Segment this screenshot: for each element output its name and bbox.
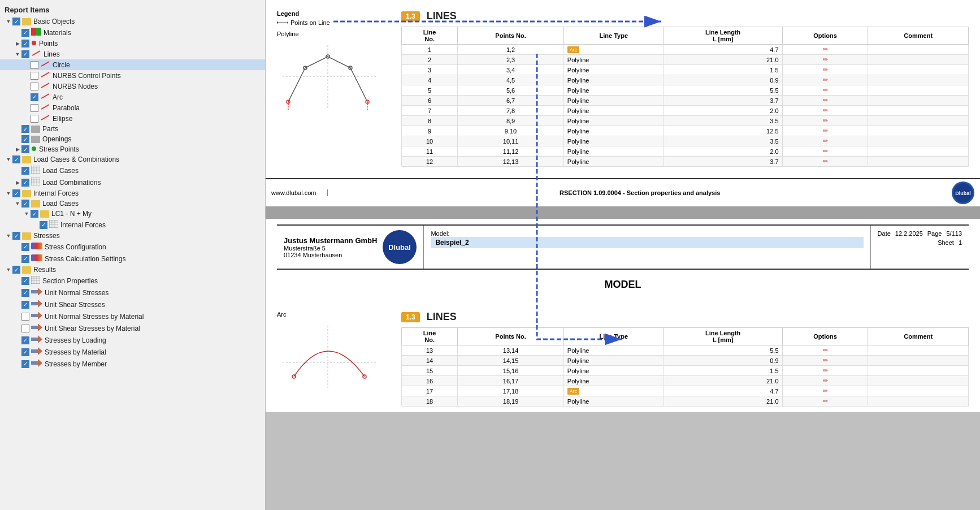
- tree-item-unit-normal[interactable]: ✓Unit Normal Stresses: [0, 287, 265, 299]
- edit-icon[interactable]: ✏: [823, 66, 828, 73]
- edit-icon[interactable]: ✏: [823, 357, 828, 364]
- checkbox-arc[interactable]: ✓: [31, 93, 38, 101]
- checkbox-parts[interactable]: ✓: [21, 125, 29, 133]
- expand-btn-arc[interactable]: [23, 93, 31, 101]
- checkbox-lc-inner[interactable]: ✓: [21, 200, 29, 208]
- checkbox-circle[interactable]: [31, 61, 38, 69]
- tree-item-arc[interactable]: ✓Arc: [0, 92, 265, 102]
- expand-btn-load-combinations[interactable]: ▶: [14, 179, 21, 187]
- expand-btn-load-cases[interactable]: [14, 167, 21, 175]
- checkbox-stress-points[interactable]: ✓: [21, 145, 29, 153]
- checkbox-stresses[interactable]: ✓: [12, 232, 20, 240]
- checkbox-load-cases[interactable]: ✓: [21, 167, 29, 175]
- tree-item-section-props[interactable]: ✓Section Properties: [0, 275, 265, 287]
- tree-item-stresses-member[interactable]: ✓Stresses by Member: [0, 358, 265, 370]
- tree-item-stresses-material[interactable]: ✓Stresses by Material: [0, 346, 265, 358]
- tree-item-unit-normal-mat[interactable]: Unit Normal Stresses by Material: [0, 310, 265, 322]
- tree-item-stresses[interactable]: ▼✓Stresses: [0, 231, 265, 241]
- edit-icon[interactable]: ✏: [823, 46, 828, 53]
- expand-btn-lines[interactable]: ▼: [14, 50, 21, 58]
- expand-btn-internal-forces[interactable]: ▼: [5, 189, 12, 197]
- expand-btn-unit-normal-mat[interactable]: [14, 313, 21, 321]
- tree-item-unit-shear[interactable]: ✓Unit Shear Stresses: [0, 299, 265, 310]
- tree-item-stress-calc[interactable]: ✓Stress Calculation Settings: [0, 253, 265, 265]
- checkbox-nurbs-control[interactable]: [31, 72, 38, 80]
- checkbox-points[interactable]: ✓: [21, 40, 29, 47]
- checkbox-openings[interactable]: ✓: [21, 135, 29, 143]
- tree-item-load-cases[interactable]: ✓Load Cases: [0, 165, 265, 176]
- checkbox-lines[interactable]: ✓: [21, 50, 29, 58]
- checkbox-internal-forces-inner[interactable]: ✓: [40, 221, 47, 229]
- expand-btn-points[interactable]: ▶: [14, 40, 21, 47]
- expand-btn-basic-objects[interactable]: ▼: [5, 18, 12, 25]
- expand-btn-ellipse[interactable]: [23, 115, 31, 123]
- tree-item-unit-shear-mat[interactable]: Unit Shear Stresses by Material: [0, 322, 265, 334]
- edit-icon[interactable]: ✏: [823, 76, 828, 83]
- checkbox-load-combinations[interactable]: ✓: [21, 179, 29, 187]
- checkbox-unit-shear-mat[interactable]: [21, 325, 29, 332]
- checkbox-stress-calc[interactable]: ✓: [21, 255, 29, 263]
- expand-btn-section-props[interactable]: [14, 277, 21, 285]
- tree-item-stress-config[interactable]: ✓Stress Configuration: [0, 241, 265, 253]
- tree-item-parabola[interactable]: Parabola: [0, 102, 265, 113]
- expand-btn-materials[interactable]: [14, 29, 21, 37]
- expand-btn-unit-shear-mat[interactable]: [14, 325, 21, 332]
- expand-btn-nurbs-nodes[interactable]: [23, 83, 31, 90]
- edit-icon[interactable]: ✏: [823, 87, 828, 93]
- edit-icon[interactable]: ✏: [823, 377, 828, 384]
- edit-icon[interactable]: ✏: [823, 387, 828, 394]
- tree-item-stress-points[interactable]: ▶✓Stress Points: [0, 144, 265, 154]
- checkbox-stresses-member[interactable]: ✓: [21, 360, 29, 368]
- tree-item-stresses-loading[interactable]: ✓Stresses by Loading: [0, 334, 265, 346]
- tree-item-lc1-n-my[interactable]: ▼✓LC1 - N + My: [0, 209, 265, 219]
- checkbox-internal-forces[interactable]: ✓: [12, 189, 20, 197]
- checkbox-unit-normal-mat[interactable]: [21, 313, 29, 321]
- checkbox-unit-normal[interactable]: ✓: [21, 289, 29, 297]
- checkbox-parabola[interactable]: [31, 104, 38, 112]
- expand-btn-stresses-material[interactable]: [14, 348, 21, 356]
- expand-btn-stresses[interactable]: ▼: [5, 232, 12, 240]
- expand-btn-parabola[interactable]: [23, 104, 31, 112]
- checkbox-materials[interactable]: ✓: [21, 29, 29, 37]
- expand-btn-stress-calc[interactable]: [14, 255, 21, 263]
- checkbox-lc1-n-my[interactable]: ✓: [31, 210, 38, 218]
- expand-btn-stresses-member[interactable]: [14, 360, 21, 368]
- edit-icon[interactable]: ✏: [823, 397, 828, 404]
- expand-btn-load-cases-comb[interactable]: ▼: [5, 155, 12, 163]
- edit-icon[interactable]: ✏: [823, 137, 828, 144]
- checkbox-basic-objects[interactable]: ✓: [12, 18, 20, 25]
- tree-item-internal-forces[interactable]: ▼✓Internal Forces: [0, 188, 265, 198]
- tree-item-parts[interactable]: ✓Parts: [0, 124, 265, 134]
- expand-btn-openings[interactable]: [14, 135, 21, 143]
- edit-icon[interactable]: ✏: [823, 107, 828, 114]
- edit-icon[interactable]: ✏: [823, 367, 828, 374]
- tree-item-lc-inner[interactable]: ▼✓Load Cases: [0, 198, 265, 209]
- expand-btn-circle[interactable]: [23, 61, 31, 69]
- edit-icon[interactable]: ✏: [823, 117, 828, 124]
- tree-item-load-combinations[interactable]: ▶✓Load Combinations: [0, 176, 265, 188]
- tree-item-lines[interactable]: ▼✓Lines: [0, 49, 265, 59]
- expand-btn-results[interactable]: ▼: [5, 266, 12, 274]
- edit-icon[interactable]: ✏: [823, 127, 828, 134]
- tree-item-results[interactable]: ▼✓Results: [0, 265, 265, 275]
- expand-btn-lc-inner[interactable]: ▼: [14, 200, 21, 208]
- edit-icon[interactable]: ✏: [823, 97, 828, 103]
- expand-btn-unit-normal[interactable]: [14, 289, 21, 297]
- checkbox-results[interactable]: ✓: [12, 266, 20, 274]
- tree-item-nurbs-control[interactable]: NURBS Control Points: [0, 70, 265, 81]
- tree-item-internal-forces-inner[interactable]: ✓Internal Forces: [0, 219, 265, 231]
- expand-btn-unit-shear[interactable]: [14, 301, 21, 309]
- expand-btn-stresses-loading[interactable]: [14, 336, 21, 344]
- checkbox-stresses-loading[interactable]: ✓: [21, 336, 29, 344]
- checkbox-ellipse[interactable]: [31, 115, 38, 123]
- expand-btn-lc1-n-my[interactable]: ▼: [23, 210, 31, 218]
- checkbox-nurbs-nodes[interactable]: [31, 83, 38, 90]
- edit-icon[interactable]: ✏: [823, 148, 828, 154]
- expand-btn-parts[interactable]: [14, 125, 21, 133]
- tree-item-openings[interactable]: ✓Openings: [0, 134, 265, 144]
- edit-icon[interactable]: ✏: [823, 56, 828, 63]
- tree-item-load-cases-comb[interactable]: ▼✓Load Cases & Combinations: [0, 154, 265, 165]
- expand-btn-stress-config[interactable]: [14, 243, 21, 251]
- checkbox-stress-config[interactable]: ✓: [21, 243, 29, 251]
- edit-icon[interactable]: ✏: [823, 347, 828, 353]
